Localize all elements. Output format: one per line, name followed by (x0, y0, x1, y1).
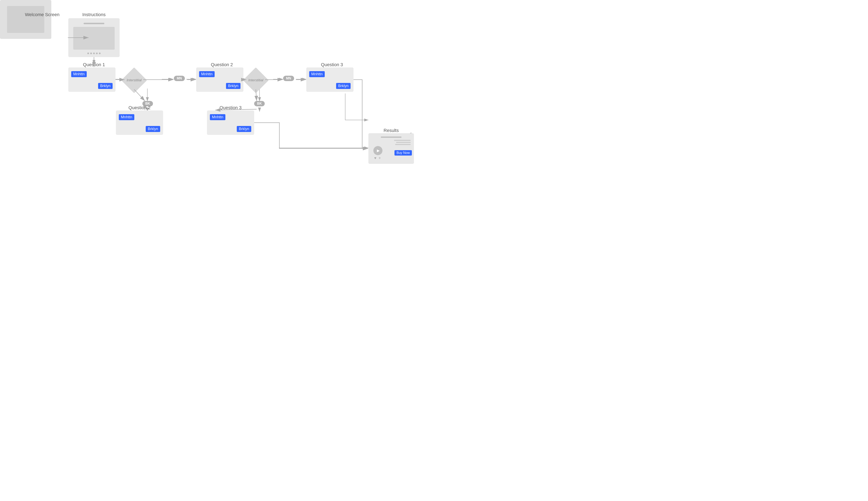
question1-card: Mnhttn Brklyn (68, 67, 116, 92)
results-line3 (395, 144, 411, 145)
mn-badge-2: MN (283, 76, 294, 81)
question3-bot-brklyn-btn[interactable]: Brklyn (237, 126, 251, 132)
instructions-label: Instructions (68, 12, 120, 17)
bk-badge-2: BK (254, 101, 265, 106)
question3-bot-mnhttn-btn[interactable]: Mnhttn (210, 114, 225, 120)
interstitial1-label-wrap: Interstitial (125, 71, 143, 89)
plus-icon[interactable]: + (379, 156, 381, 160)
question2-bot-brklyn-btn[interactable]: Brklyn (146, 126, 160, 132)
question3-top-card: Mnhttn Brklyn (306, 67, 353, 92)
question3-bottom-card: Mnhttn Brklyn (207, 110, 254, 135)
question1-label: Question 1 (68, 62, 120, 67)
interstitial1-container: Interstitial (125, 71, 143, 89)
question1-brklyn-btn[interactable]: Brklyn (98, 83, 113, 89)
welcome-screen-inner (7, 6, 44, 33)
question2-bottom-card: Mnhttn Brklyn (116, 110, 163, 135)
interstitial1-text: Interstitial (127, 78, 142, 82)
question2-top-mnhttn-btn[interactable]: Mnhttn (199, 71, 215, 77)
dot-2 (90, 53, 92, 54)
results-action-icons: ♥ + (374, 156, 381, 160)
instructions-inner-card (73, 27, 115, 50)
results-line2 (396, 142, 411, 143)
results-play-btn[interactable]: ▶ (373, 146, 382, 155)
question2-bot-mnhttn-btn[interactable]: Mnhttn (119, 114, 134, 120)
instructions-node (68, 18, 120, 57)
interstitial2-label-wrap: Interstitial (247, 71, 265, 89)
dot-5 (99, 53, 100, 54)
question3-top-label: Question 3 (306, 62, 358, 67)
welcome-screen-node (0, 0, 51, 39)
buy-now-btn[interactable]: Buy Now (394, 150, 412, 156)
question2-top-label: Question 2 (196, 62, 247, 67)
interstitial2-container: Interstitial (247, 71, 265, 89)
instructions-dots (87, 53, 100, 54)
question3-top-mnhttn-btn[interactable]: Mnhttn (309, 71, 325, 77)
question3-bottom-label: Question 3 (207, 105, 254, 110)
question3-top-brklyn-btn[interactable]: Brklyn (336, 83, 351, 89)
dot-3 (93, 53, 95, 54)
dot-1 (87, 53, 89, 54)
results-top-line (381, 137, 402, 138)
instructions-top-line (84, 23, 104, 24)
welcome-screen-label: Welcome Screen (17, 12, 68, 17)
interstitial2-text: Interstitial (248, 78, 263, 82)
question2-top-brklyn-btn[interactable]: Brklyn (226, 83, 241, 89)
question1-mnhttn-btn[interactable]: Mnhttn (71, 71, 87, 77)
heart-icon[interactable]: ♥ (374, 156, 377, 160)
question2-bottom-label: Question 2 (116, 105, 163, 110)
mn-badge-1: MN (174, 76, 185, 81)
results-label: Results (368, 128, 414, 133)
results-line1 (394, 140, 411, 141)
question2-top-card: Mnhttn Brklyn (196, 67, 243, 92)
dot-4 (96, 53, 98, 54)
results-node: ▶ Buy Now ♥ + (368, 133, 414, 164)
